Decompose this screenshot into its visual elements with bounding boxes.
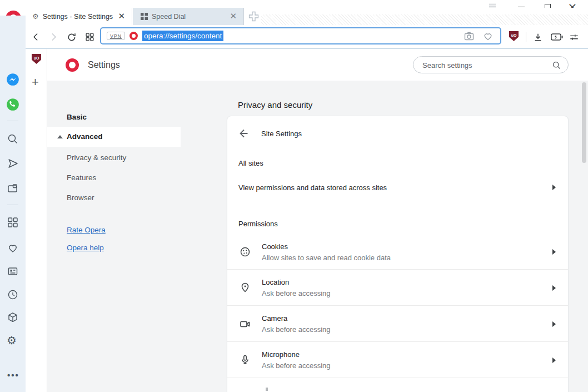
grid-icon xyxy=(85,32,94,42)
cookie-icon xyxy=(240,246,251,257)
nav-item-features[interactable]: Features xyxy=(67,173,96,182)
wallet-button[interactable] xyxy=(7,182,19,195)
view-permissions-row[interactable]: View permissions and data stored across … xyxy=(227,175,568,200)
cube-icon xyxy=(7,311,19,324)
snapshot-button[interactable] xyxy=(464,31,475,42)
forward-icon xyxy=(49,32,58,42)
sidebar-settings-button[interactable]: ⚙ xyxy=(7,334,17,347)
reload-icon xyxy=(67,32,77,42)
permission-row-microphone[interactable]: Microphone Ask before accessing xyxy=(227,342,568,378)
nav-item-privacy-security[interactable]: Privacy & security xyxy=(67,153,126,162)
vpn-badge[interactable]: VPN xyxy=(107,32,125,40)
heart-icon xyxy=(482,31,494,42)
add-to-sidebar-button[interactable]: + xyxy=(32,76,39,88)
gear-icon: ⚙ xyxy=(32,12,39,21)
download-icon xyxy=(533,32,543,42)
sidebar-search-button[interactable] xyxy=(7,133,19,145)
messenger-button[interactable] xyxy=(6,72,20,87)
back-button[interactable] xyxy=(31,32,41,42)
permission-row-location[interactable]: Location Ask before accessing xyxy=(227,270,568,306)
forward-button[interactable] xyxy=(49,32,58,42)
page-title: Settings xyxy=(88,60,120,70)
settings-page-header: Settings xyxy=(47,49,588,81)
camera-icon xyxy=(464,31,475,42)
sidebar-divider xyxy=(7,205,18,205)
url-text-selected[interactable]: opera://settings/content xyxy=(142,31,223,41)
opera-site-icon xyxy=(129,32,138,40)
permission-row-camera[interactable]: Camera Ask before accessing xyxy=(227,306,568,342)
settings-page: Settings Basic Advanced Privacy & securi… xyxy=(47,49,588,392)
reload-button[interactable] xyxy=(67,32,77,42)
arrow-left-icon xyxy=(238,128,250,139)
rate-opera-link[interactable]: Rate Opera xyxy=(67,226,106,234)
ublock-extension-button[interactable]: uO xyxy=(509,31,519,41)
permission-title: Camera xyxy=(262,314,287,322)
personal-news-button[interactable] xyxy=(7,265,19,277)
permission-row-cookies[interactable]: Cookies Allow sites to save and read coo… xyxy=(227,234,568,270)
permission-title: Cookies xyxy=(262,242,288,251)
tab-label: Settings - Site Settings xyxy=(43,13,113,21)
downloads-button[interactable] xyxy=(533,32,543,42)
permission-title: Microphone xyxy=(262,350,300,359)
easy-setup-button[interactable] xyxy=(569,32,579,42)
ublock-sidebar-button[interactable]: uO xyxy=(32,54,41,64)
permissions-label: Permissions xyxy=(238,220,278,228)
address-bar[interactable]: VPN opera://settings/content xyxy=(100,27,501,44)
location-pin-icon xyxy=(240,282,251,293)
opera-help-link[interactable]: Opera help xyxy=(67,244,104,252)
extensions-button[interactable] xyxy=(7,311,19,324)
nav-item-basic[interactable]: Basic xyxy=(67,113,87,121)
chevron-right-icon xyxy=(552,249,556,255)
tab-settings[interactable]: ⚙ Settings - Site Settings ✕ xyxy=(26,8,132,25)
sliders-icon xyxy=(569,32,579,42)
my-flow-button[interactable] xyxy=(7,157,19,170)
scrollbar-thumb[interactable] xyxy=(582,82,586,163)
bookmarks-button[interactable] xyxy=(7,242,19,254)
opera-logo xyxy=(66,58,79,72)
site-settings-card: Site Settings All sites View permissions… xyxy=(227,116,569,392)
tab-close-icon[interactable]: ✕ xyxy=(228,12,238,21)
bookmark-button[interactable] xyxy=(482,31,494,42)
view-permissions-label: View permissions and data stored across … xyxy=(238,183,387,192)
search-icon xyxy=(7,133,19,145)
tab-strip: ⚙ Settings - Site Settings ✕ Speed Dial … xyxy=(26,8,588,25)
chevron-right-icon xyxy=(552,285,556,291)
toolbar: VPN opera://settings/content uO xyxy=(26,25,588,49)
nav-item-label: Advanced xyxy=(67,132,103,141)
plus-icon xyxy=(248,11,259,22)
minimize-icon xyxy=(518,7,525,7)
new-tab-button[interactable] xyxy=(248,11,259,22)
tab-speed-dial[interactable]: Speed Dial ✕ xyxy=(133,8,244,25)
tab-close-icon[interactable]: ✕ xyxy=(117,12,126,21)
partial-next-row-fragment xyxy=(266,388,268,391)
nav-item-advanced[interactable]: Advanced xyxy=(47,127,181,147)
settings-search-box[interactable] xyxy=(413,56,569,73)
heart-icon xyxy=(7,242,19,254)
chevron-right-icon xyxy=(552,358,556,363)
collapse-triangle-icon xyxy=(57,135,63,138)
battery-saver-button[interactable] xyxy=(551,33,563,41)
news-icon xyxy=(7,265,19,277)
speed-dial-button[interactable] xyxy=(85,32,94,42)
sidebar-speed-dial-button[interactable] xyxy=(7,216,19,229)
browser-window: × ⚙ Settings - Site Settings ✕ Speed Dia… xyxy=(0,0,588,392)
tab-label: Speed Dial xyxy=(152,13,186,21)
toolbar-divider xyxy=(526,32,526,42)
settings-search-input[interactable] xyxy=(422,59,545,71)
sidebar-more-button[interactable]: ••• xyxy=(7,370,19,380)
nav-item-browser[interactable]: Browser xyxy=(67,193,94,202)
back-button[interactable] xyxy=(238,128,250,139)
whatsapp-icon xyxy=(6,97,20,112)
video-camera-icon xyxy=(240,319,251,330)
sidebar-divider xyxy=(7,121,18,121)
scrollbar-track[interactable] xyxy=(580,81,588,392)
whatsapp-button[interactable] xyxy=(6,97,20,112)
wallet-icon xyxy=(7,182,19,195)
history-button[interactable] xyxy=(7,289,19,301)
chevron-right-icon xyxy=(552,321,556,327)
permission-title: Location xyxy=(262,278,289,286)
tabstrip-drag-area xyxy=(261,14,588,25)
card-title: Site Settings xyxy=(261,130,302,138)
ublock-badge-text: uO xyxy=(511,33,517,37)
grid-icon xyxy=(7,216,19,229)
